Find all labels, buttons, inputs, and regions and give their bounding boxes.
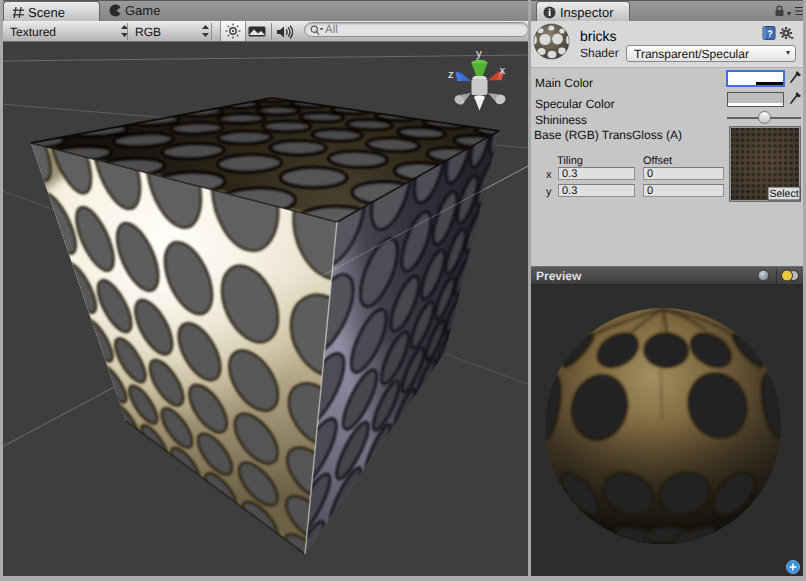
svg-text:Select: Select (769, 188, 798, 200)
svg-text:z: z (448, 69, 454, 81)
svg-text:?: ? (767, 29, 773, 40)
svg-text:y: y (476, 48, 482, 60)
svg-text:x: x (500, 65, 506, 77)
